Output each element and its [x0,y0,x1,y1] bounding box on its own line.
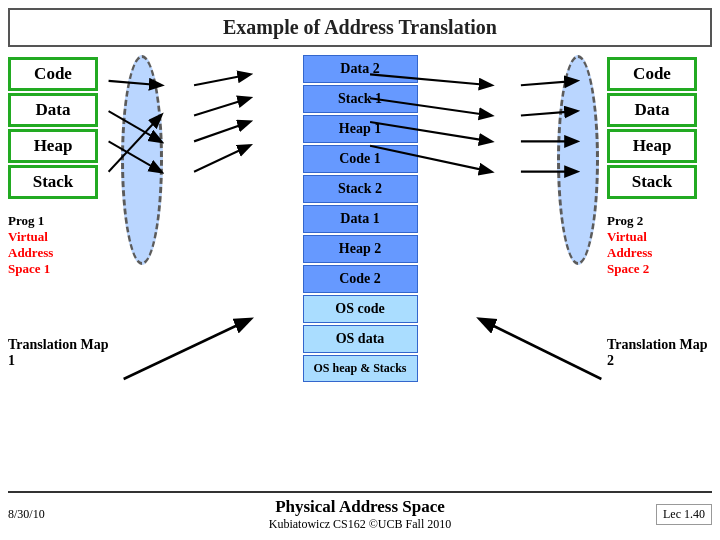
phys-data2: Data 2 [303,55,418,83]
phys-code1: Code 1 [303,145,418,173]
phys-os-data: OS data [303,325,418,353]
phys-stack2: Stack 2 [303,175,418,203]
vas2-data: Data [607,93,697,127]
prog1-line4: Space 1 [8,261,113,277]
prog1-line1: Prog 1 [8,213,113,229]
trans-map2-label: Translation Map 2 [607,337,712,369]
vas2-heap: Heap [607,129,697,163]
phys-os-code: OS code [303,295,418,323]
prog2-line4: Space 2 [607,261,712,277]
prog2-info: Prog 2 Virtual Address Space 2 [607,213,712,277]
oval-right [557,55,599,265]
vas1-heap: Heap [8,129,98,163]
vas2-column: Code Data Heap Stack Prog 2 Virtual Addr… [607,55,712,369]
prog1-line3: Address [8,245,113,261]
vas1-data: Data [8,93,98,127]
trans-map1-label: Translation Map 1 [8,337,113,369]
prog1-info: Prog 1 Virtual Address Space 1 [8,213,113,277]
oval-left [121,55,163,265]
vas2-code: Code [607,57,697,91]
footer-date: 8/30/10 [8,507,45,522]
middle-column: Data 2 Stack 1 Heap 1 Code 1 Stack 2 Dat… [121,55,599,384]
phys-heap1: Heap 1 [303,115,418,143]
phys-cells: Data 2 Stack 1 Heap 1 Code 1 Stack 2 Dat… [300,55,420,384]
phys-os-heap: OS heap & Stacks [303,355,418,382]
phys-code2: Code 2 [303,265,418,293]
prog2-line2: Virtual [607,229,712,245]
footer-lec: Lec 1.40 [656,504,712,525]
vas1-stack: Stack [8,165,98,199]
vas1-code: Code [8,57,98,91]
main-container: Example of Address Translation [0,0,720,540]
phys-heap2: Heap 2 [303,235,418,263]
footer-course: Kubiatowicz CS162 ©UCB Fall 2010 [184,517,536,532]
vas1-column: Code Data Heap Stack Prog 1 Virtual Addr… [8,55,113,369]
prog2-line1: Prog 2 [607,213,712,229]
phys-data1: Data 1 [303,205,418,233]
title: Example of Address Translation [8,8,712,47]
prog1-line2: Virtual [8,229,113,245]
prog2-line3: Address [607,245,712,261]
vas2-stack: Stack [607,165,697,199]
phys-stack1: Stack 1 [303,85,418,113]
footer: 8/30/10 Physical Address Space Kubiatowi… [8,491,712,532]
phys-addr-label: Physical Address Space [184,497,536,517]
